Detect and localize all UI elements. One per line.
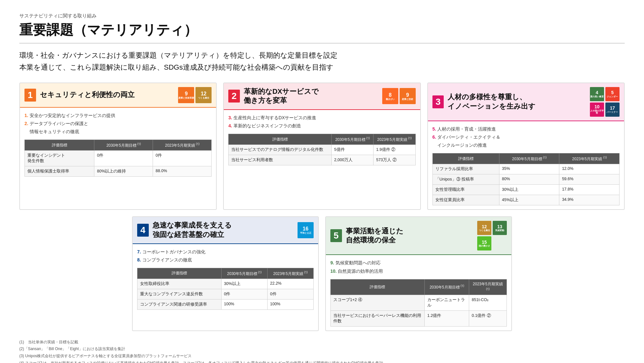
table-row: リファラル採用比率 35% 12.0% [432, 164, 619, 174]
table-row: 当社サービスにおけるペーパーレス機能の利用件数 1.2億件 0.1億件 ② [331, 310, 507, 326]
card-3-sdg-icons: 4質の高い教育 5ジェンダー 10人や国の不平等 17パートナー [590, 87, 620, 117]
card-5-sdg-icons: 12つくる責任 13気候変動 15陸の豊かさ [477, 221, 507, 250]
card-5-number: 5 [334, 231, 339, 240]
card-3-number: 3 [436, 97, 441, 107]
table-row: 当社サービスでのアナログ情報のデジタル化件数 5億件 1.9億件 ② [229, 145, 415, 155]
card-4-number: 4 [140, 225, 146, 235]
bottom-cards: 4 急速な事業成長を支える強固な経営基盤の確立 16平和と公正 7.コーポレート… [19, 216, 625, 331]
footnotes: (1) 当社単体の実績・目標を記載 (2)「Sansan」「Bill One」「… [19, 339, 625, 363]
table-row: 女性従業員比率 45%以上 34.9% [432, 195, 619, 205]
card-2-table: 評価指標 2030年5月期目標 ⑴ 2023年5月期実績 ⑴ 当社サービスでのア… [228, 134, 415, 165]
card-1-table: 評価指標 2030年5月期目標 ⑴ 2023年5月期実績 ⑴ 重要なインシデント… [24, 140, 212, 177]
card-1: 1 セキュリティと利便性の両立 9産業と技術革新 12つくる責任 [19, 83, 217, 210]
card-3: 3 人材の多様性を尊重し、イノベーションを生み出す 4質の高い教育 5ジェンダー [427, 83, 625, 210]
table-row: 女性管理職比率 30%以上 17.8% [432, 185, 619, 195]
card-1-sdg-icons: 9産業と技術革新 12つくる責任 [178, 87, 212, 103]
table-row: スコープ1+2 ④ カーボンニュートラル 851t-CO₂ [331, 295, 507, 310]
subtitle: サステナビリティに関する取り組み [19, 13, 625, 19]
card-4-title: 急速な事業成長を支える強固な経営基盤の確立 [153, 221, 294, 239]
table-row: 女性取締役比率 30%以上 22.2% [137, 279, 314, 289]
card-2-title: 革新的なDXサービスで働き方を変革 [244, 87, 378, 105]
card-4-sdg-icons: 16平和と公正 [298, 222, 314, 238]
main-title: 重要課題（マテリアリティ） [19, 21, 625, 44]
top-cards: 1 セキュリティと利便性の両立 9産業と技術革新 12つくる責任 [19, 83, 625, 210]
card-1-number: 1 [28, 90, 33, 100]
table-row: 「Unipos」③ 投稿率 80% 59.6% [432, 174, 619, 185]
table-row: 重大なコンプライアンス違反件数 0件 0件 [137, 289, 314, 299]
table-row: コンプライアンス関連の研修受講率 100% 100% [137, 299, 314, 309]
card-2-number: 2 [232, 91, 237, 101]
card-1-title: セキュリティと利便性の両立 [40, 90, 175, 100]
card-5: 5 事業活動を通じた自然環境の保全 12つくる責任 13気候変動 1 [325, 216, 512, 331]
card-5-title: 事業活動を通じた自然環境の保全 [346, 227, 473, 245]
card-3-table: 評価指標 2030年5月期目標 ⑴ 2023年5月期実績 ⑴ リファラル採用比率… [432, 153, 620, 205]
table-row: 重要なインシデント発生件数 0件 0件 [25, 151, 212, 166]
card-4: 4 急速な事業成長を支える強固な経営基盤の確立 16平和と公正 7.コーポレート… [132, 216, 319, 331]
card-3-title: 人材の多様性を尊重し、イノベーションを生み出す [448, 93, 586, 111]
card-2: 2 革新的なDXサービスで働き方を変革 8働きがい 9産業と技術 [223, 83, 421, 210]
card-2-sdg-icons: 8働きがい 9産業と技術 [382, 88, 416, 104]
description: 環境・社会・ガバナンスにおける重要課題（マテリアリティ）を特定し、長期的な定量目… [19, 49, 625, 74]
card-5-table: 評価指標 2030年5月期目標 ⑴ 2023年5月期実績 ⑴ スコープ1+2 ④… [330, 279, 507, 327]
card-4-table: 評価指標 2030年5月期目標 ⑴ 2023年5月期実績 ⑴ 女性取締役比率 3… [137, 268, 314, 310]
table-row: 個人情報保護士取得率 80%以上の維持 88.0% [25, 166, 212, 177]
table-row: 当社サービス利用者数 2,000万人 573万人 ② [229, 155, 415, 165]
